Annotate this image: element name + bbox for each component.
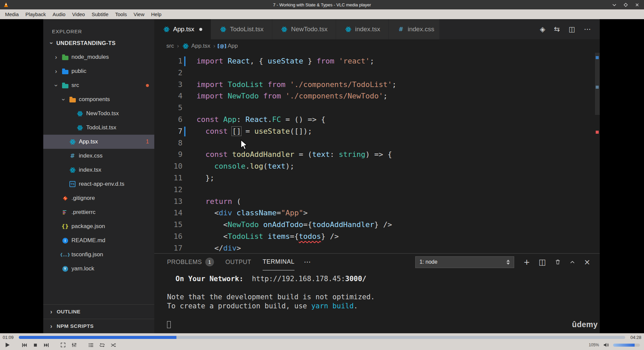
code-line[interactable]: 8 xyxy=(154,137,600,149)
code-line[interactable]: 1import React, { useState } from 'react'… xyxy=(154,55,600,67)
code-editor[interactable]: 1import React, { useState } from 'react'… xyxy=(154,53,600,253)
random-button[interactable] xyxy=(108,341,118,349)
code-line[interactable]: 5 xyxy=(154,102,600,114)
tree-item-react-app-env-d-ts[interactable]: TSreact-app-env.d.ts xyxy=(43,177,154,191)
tree-item-public[interactable]: ›public xyxy=(43,64,154,78)
code-line[interactable]: 15 <NewTodo onAddTodo={todoAddHandler} /… xyxy=(154,219,600,231)
panel-more-icon[interactable]: ⋯ xyxy=(304,258,311,266)
volume-slider[interactable] xyxy=(613,344,640,347)
tab-app-tsx[interactable]: App.tsx xyxy=(154,19,211,39)
maximize-panel-icon[interactable] xyxy=(570,259,575,265)
volume-icon[interactable] xyxy=(601,341,611,349)
tree-item-node-modules[interactable]: ›node_modules xyxy=(43,50,154,64)
code-line[interactable]: 11 }; xyxy=(154,172,600,184)
code-line[interactable]: 4import NewTodo from './components/NewTo… xyxy=(154,90,600,102)
menu-help[interactable]: Help xyxy=(148,10,165,18)
scrollbar-thumb[interactable] xyxy=(595,53,600,115)
maximize-button[interactable] xyxy=(622,1,629,8)
code-line[interactable]: 13 return ( xyxy=(154,196,600,208)
menu-media[interactable]: Media xyxy=(2,10,22,18)
breadcrumb-item-app-tsx[interactable]: App.tsx xyxy=(182,43,210,49)
stop-button[interactable] xyxy=(31,341,40,349)
code-line[interactable]: 7 const [] = useState([]); xyxy=(154,126,600,137)
open-changes-icon[interactable]: ◈ xyxy=(540,25,545,33)
chevron-right-icon: › xyxy=(49,323,54,330)
more-actions-icon[interactable]: ⋯ xyxy=(584,25,591,33)
volume-fill xyxy=(613,344,635,347)
tree-root-understanding-ts[interactable]: › UNDERSTANDING-TS xyxy=(43,36,154,50)
menu-tools[interactable]: Tools xyxy=(112,10,130,18)
menu-view[interactable]: View xyxy=(130,10,147,18)
code-line[interactable]: 17 </div> xyxy=(154,243,600,253)
tree-item-readme-md[interactable]: iREADME.md xyxy=(43,233,154,248)
breadcrumb-label: App.tsx xyxy=(191,43,210,49)
code-line[interactable]: 12 xyxy=(154,184,600,196)
menu-playback[interactable]: Playback xyxy=(22,10,49,18)
tree-item-gitignore[interactable]: .gitignore xyxy=(43,191,154,205)
new-terminal-icon[interactable]: + xyxy=(524,258,530,266)
tab-todolist-tsx[interactable]: TodoList.tsx xyxy=(211,19,272,39)
breadcrumb-item-app[interactable]: [@]App xyxy=(218,43,238,49)
playlist-button[interactable] xyxy=(86,341,96,349)
tree-item-components[interactable]: ›components xyxy=(43,92,154,106)
code-line[interactable]: 9 const todoAddHandler = (text: string) … xyxy=(154,149,600,161)
close-panel-icon[interactable]: × xyxy=(584,258,590,266)
previous-button[interactable] xyxy=(19,341,29,349)
split-editor-icon[interactable]: ◫ xyxy=(569,25,575,33)
tree-item-app-tsx[interactable]: App.tsx1 xyxy=(43,135,154,149)
tab-newtodo-tsx[interactable]: NewTodo.tsx xyxy=(272,19,336,39)
fullscreen-button[interactable] xyxy=(58,341,68,349)
tree-item-index-tsx[interactable]: index.tsx xyxy=(43,163,154,177)
panel-tab-terminal[interactable]: TERMINAL xyxy=(263,254,294,270)
tree-item-newtodo-tsx[interactable]: NewTodo.tsx xyxy=(43,106,154,121)
tree-item-tsconfig-json[interactable]: {…}tsconfig.json xyxy=(43,248,154,262)
breadcrumb-item-src[interactable]: src xyxy=(166,43,174,49)
panel-tab-output[interactable]: OUTPUT xyxy=(225,254,251,270)
extended-settings-button[interactable] xyxy=(69,341,79,349)
breadcrumb-label: App xyxy=(228,43,238,49)
minimize-button[interactable] xyxy=(610,1,618,8)
prettier-icon xyxy=(61,210,69,215)
loop-button[interactable] xyxy=(97,341,107,349)
tab-index-tsx[interactable]: index.tsx xyxy=(336,19,389,39)
panel-tab-problems[interactable]: PROBLEMS1 xyxy=(167,254,214,270)
tree-item-src[interactable]: ›src xyxy=(43,78,154,92)
code-line[interactable]: 14 <div className="App"> xyxy=(154,207,600,219)
terminal-selector[interactable]: 1: node xyxy=(415,256,514,268)
problems-count-badge: 1 xyxy=(146,139,149,145)
play-button[interactable] xyxy=(3,341,12,349)
menu-subtitle[interactable]: Subtitle xyxy=(89,10,111,18)
gutter-spacer xyxy=(182,79,186,91)
video-area[interactable]: EXPLORER › UNDERSTANDING-TS ›node_module… xyxy=(0,19,644,333)
tree-item-todolist-tsx[interactable]: TodoList.tsx xyxy=(43,121,154,135)
breadcrumb-label: src xyxy=(166,43,174,49)
kill-terminal-icon[interactable] xyxy=(555,259,561,265)
code-line[interactable]: 2 xyxy=(154,67,600,79)
json-icon: {} xyxy=(61,223,69,229)
code-line[interactable]: 6const App: React.FC = () => { xyxy=(154,114,600,126)
tab-index-css[interactable]: #index.css xyxy=(389,19,439,39)
seek-slider[interactable] xyxy=(19,336,625,339)
menu-audio[interactable]: Audio xyxy=(50,10,68,18)
sidebar-section-outline[interactable]: ›OUTLINE xyxy=(43,304,154,319)
git-compare-icon[interactable]: ⇆ xyxy=(554,25,560,33)
split-terminal-icon[interactable]: ◫ xyxy=(539,258,546,266)
gutter-spacer xyxy=(182,172,186,184)
code-line[interactable]: 16 <TodoList items={todos} /> xyxy=(154,231,600,243)
tree-item-index-css[interactable]: #index.css xyxy=(43,149,154,163)
time-elapsed: 01:09 xyxy=(3,335,16,340)
terminal[interactable]: On Your Network: http://192.168.178.45:3… xyxy=(154,270,600,333)
close-button[interactable] xyxy=(633,1,641,8)
tree-item-package-json[interactable]: {}package.json xyxy=(43,219,154,233)
chevron-down-icon: › xyxy=(60,97,67,102)
tree-item-label: public xyxy=(71,68,86,75)
sidebar-section-npm-scripts[interactable]: ›NPM SCRIPTS xyxy=(43,319,154,333)
tree-item-prettierrc[interactable]: .prettierrc xyxy=(43,205,154,219)
menu-video[interactable]: Video xyxy=(69,10,88,18)
line-number: 12 xyxy=(154,184,182,196)
code-line[interactable]: 10 console.log(text); xyxy=(154,161,600,172)
code-line[interactable]: 3import TodoList from './components/Todo… xyxy=(154,79,600,91)
overview-ruler[interactable] xyxy=(594,53,600,253)
next-button[interactable] xyxy=(42,341,51,349)
tree-item-yarn-lock[interactable]: Yyarn.lock xyxy=(43,262,154,276)
